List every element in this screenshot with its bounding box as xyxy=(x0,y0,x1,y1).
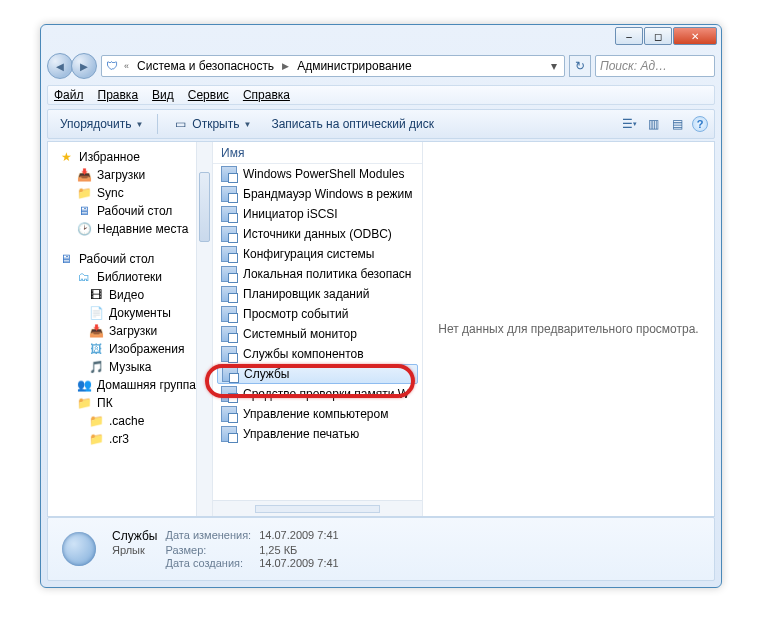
details-pane: Службы Дата изменения: 14.07.2009 7:41 Я… xyxy=(47,517,715,581)
shortcut-icon xyxy=(221,326,237,342)
file-row[interactable]: Планировщик заданий xyxy=(213,284,422,304)
file-name: Службы компонентов xyxy=(243,347,364,361)
file-row[interactable]: Локальная политика безопасн xyxy=(213,264,422,284)
breadcrumb-item[interactable]: Система и безопасность xyxy=(133,56,278,76)
folder-icon: 📁 xyxy=(88,431,104,447)
view-options-button[interactable]: ☰▾ xyxy=(620,115,638,133)
nav-pc-cache[interactable]: 📁.cache xyxy=(54,412,212,430)
nav-desktop-fav[interactable]: 🖥Рабочий стол xyxy=(54,202,212,220)
preview-pane-button[interactable]: ▥ xyxy=(644,115,662,133)
organize-button[interactable]: Упорядочить▼ xyxy=(54,115,149,133)
maximize-button[interactable]: ◻ xyxy=(644,27,672,45)
file-row[interactable]: Управление печатью xyxy=(213,424,422,444)
nav-lib-downloads[interactable]: 📥Загрузки xyxy=(54,322,212,340)
file-row[interactable]: Службы xyxy=(217,364,418,384)
gear-icon xyxy=(62,532,96,566)
menu-tools[interactable]: Сервис xyxy=(188,88,229,102)
star-icon: ★ xyxy=(58,149,74,165)
homegroup-icon: 👥 xyxy=(76,377,92,393)
menu-file[interactable]: Файл xyxy=(54,88,84,102)
folder-icon: 📥 xyxy=(88,323,104,339)
menu-view[interactable]: Вид xyxy=(152,88,174,102)
chevron-right-icon: ▶ xyxy=(282,61,289,71)
file-row[interactable]: Средство проверки памяти W xyxy=(213,384,422,404)
minimize-button[interactable]: – xyxy=(615,27,643,45)
file-name: Просмотр событий xyxy=(243,307,348,321)
shortcut-icon xyxy=(221,166,237,182)
details-size-value: 1,25 КБ xyxy=(259,544,339,556)
nav-lib-docs[interactable]: 📄Документы xyxy=(54,304,212,322)
file-row[interactable]: Просмотр событий xyxy=(213,304,422,324)
desktop-icon: 🖥 xyxy=(76,203,92,219)
shortcut-icon xyxy=(222,366,238,382)
file-row[interactable]: Управление компьютером xyxy=(213,404,422,424)
search-input[interactable]: Поиск: Ад… xyxy=(595,55,715,77)
nav-lib-pictures[interactable]: 🖼Изображения xyxy=(54,340,212,358)
file-name: Системный монитор xyxy=(243,327,357,341)
nav-lib-music[interactable]: 🎵Музыка xyxy=(54,358,212,376)
file-list: Имя Windows PowerShell ModulesБрандмауэр… xyxy=(213,142,423,516)
details-created-value: 14.07.2009 7:41 xyxy=(259,557,339,569)
file-name: Windows PowerShell Modules xyxy=(243,167,404,181)
file-row[interactable]: Конфигурация системы xyxy=(213,244,422,264)
separator xyxy=(157,114,158,134)
file-name: Планировщик заданий xyxy=(243,287,369,301)
horizontal-scrollbar[interactable] xyxy=(213,500,422,516)
column-header-name[interactable]: Имя xyxy=(213,142,422,164)
file-name: Локальная политика безопасн xyxy=(243,267,411,281)
shortcut-icon xyxy=(221,266,237,282)
back-button[interactable]: ◄ xyxy=(47,53,73,79)
menu-edit[interactable]: Правка xyxy=(98,88,139,102)
nav-desktop[interactable]: 🖥Рабочий стол xyxy=(54,250,212,268)
details-created-label: Дата создания: xyxy=(165,557,251,569)
nav-pc-cr3[interactable]: 📁.cr3 xyxy=(54,430,212,448)
toolbar: Упорядочить▼ ▭Открыть▼ Записать на оптич… xyxy=(47,109,715,139)
favorites-header[interactable]: ★Избранное xyxy=(54,148,212,166)
file-row[interactable]: Инициатор iSCSI xyxy=(213,204,422,224)
address-bar: ◄ ► 🛡 « Система и безопасность ▶ Админис… xyxy=(47,51,715,81)
nav-libraries[interactable]: 🗂Библиотеки xyxy=(54,268,212,286)
file-name: Инициатор iSCSI xyxy=(243,207,338,221)
address-dropdown[interactable]: ▾ xyxy=(546,59,562,73)
menu-help[interactable]: Справка xyxy=(243,88,290,102)
nav-sync[interactable]: 📁Sync xyxy=(54,184,212,202)
video-icon: 🎞 xyxy=(88,287,104,303)
shortcut-icon xyxy=(221,226,237,242)
shortcut-icon xyxy=(221,386,237,402)
file-row[interactable]: Windows PowerShell Modules xyxy=(213,164,422,184)
folder-icon: 📥 xyxy=(76,167,92,183)
nav-homegroup[interactable]: 👥Домашняя группа xyxy=(54,376,212,394)
forward-button[interactable]: ► xyxy=(71,53,97,79)
details-file-icon xyxy=(58,528,100,570)
file-row[interactable]: Брандмауэр Windows в режим xyxy=(213,184,422,204)
nav-downloads[interactable]: 📥Загрузки xyxy=(54,166,212,184)
shortcut-icon xyxy=(221,246,237,262)
recent-icon: 🕑 xyxy=(76,221,92,237)
shield-icon: 🛡 xyxy=(104,58,120,74)
file-name: Конфигурация системы xyxy=(243,247,374,261)
nav-recent[interactable]: 🕑Недавние места xyxy=(54,220,212,238)
file-name: Средство проверки памяти W xyxy=(243,387,409,401)
file-name: Управление компьютером xyxy=(243,407,388,421)
file-row[interactable]: Системный монитор xyxy=(213,324,422,344)
shortcut-icon xyxy=(221,206,237,222)
breadcrumb[interactable]: 🛡 « Система и безопасность ▶ Администрир… xyxy=(101,55,565,77)
open-button[interactable]: ▭Открыть▼ xyxy=(166,114,257,134)
burn-button[interactable]: Записать на оптический диск xyxy=(265,115,440,133)
shortcut-icon xyxy=(221,406,237,422)
nav-lib-video[interactable]: 🎞Видео xyxy=(54,286,212,304)
file-row[interactable]: Источники данных (ODBC) xyxy=(213,224,422,244)
file-row[interactable]: Службы компонентов xyxy=(213,344,422,364)
menu-bar: Файл Правка Вид Сервис Справка xyxy=(47,85,715,105)
details-pane-button[interactable]: ▤ xyxy=(668,115,686,133)
close-button[interactable]: ✕ xyxy=(673,27,717,45)
refresh-button[interactable]: ↻ xyxy=(569,55,591,77)
help-button[interactable]: ? xyxy=(692,116,708,132)
user-icon: 📁 xyxy=(76,395,92,411)
breadcrumb-item[interactable]: Администрирование xyxy=(293,56,415,76)
nav-scrollbar[interactable] xyxy=(196,142,212,516)
nav-pc[interactable]: 📁ПК xyxy=(54,394,212,412)
folder-icon: 📁 xyxy=(76,185,92,201)
file-name: Брандмауэр Windows в режим xyxy=(243,187,413,201)
shortcut-icon xyxy=(221,426,237,442)
